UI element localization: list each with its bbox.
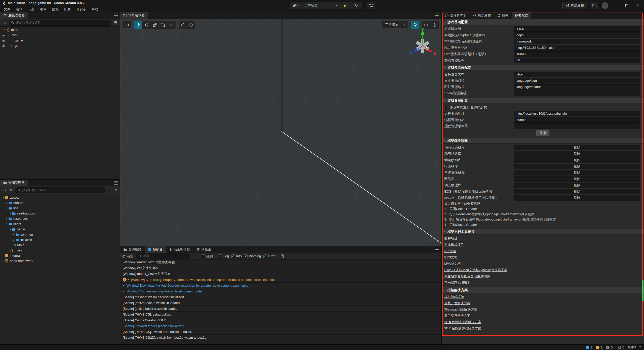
menu-panel[interactable]: 面板 [49, 7, 61, 12]
remote-load-checkbox[interactable] [444, 106, 448, 109]
remote-bundle-input[interactable] [514, 117, 640, 123]
remove-module-button[interactable]: 剔除 [514, 151, 640, 157]
section-modules[interactable]: ▾框架模块剔除 [442, 138, 644, 144]
asset-node-main-scene[interactable]: main [0, 248, 120, 253]
asset-node-bundle[interactable]: ▸ bundle [0, 200, 120, 205]
tab-asset-preview[interactable]: 资源预览 [120, 246, 145, 253]
log-row-info[interactable]: ▸ [Window] You are running Vue in develo… [120, 288, 441, 294]
tab-build-publish[interactable]: 构建发布 [470, 12, 494, 19]
help-button[interactable]: ? [602, 2, 608, 9]
solution-link[interactable]: 3D角色扮演游戏解决方案 [444, 325, 481, 331]
remove-module-button[interactable]: 剔除 [514, 164, 640, 169]
text-res-path-input[interactable] [514, 78, 640, 83]
create-node-button[interactable]: +▾ [2, 21, 7, 25]
rotate-tool-button[interactable] [142, 21, 151, 29]
hierarchy-menu-button[interactable] [114, 14, 118, 17]
menu-project[interactable]: 项目 [37, 7, 49, 12]
tab-animation-graph[interactable]: 动画图 [193, 246, 214, 253]
filter-info-checkbox[interactable]: ✓ Info [231, 254, 242, 258]
remove-module-button[interactable]: 剔除 [514, 157, 640, 163]
asset-node-common[interactable]: ▸ common [0, 232, 120, 237]
hierarchy-filter-icon[interactable]: ☰ [113, 21, 118, 25]
solution-link[interactable]: 战棋游戏框架 [444, 294, 464, 300]
rect-tool-button[interactable] [159, 21, 167, 29]
regex-checkbox[interactable]: 正则 [202, 254, 213, 258]
hierarchy-search-input[interactable]: 搜索名称或 UUID [9, 20, 111, 26]
asset-node-oops-framework[interactable]: ▸ oops-framework [0, 258, 120, 264]
asset-node-internal[interactable]: ▸ internal [0, 253, 120, 258]
crypto-iv-input[interactable] [514, 39, 640, 44]
hierarchy-node-root[interactable]: ▾ root [0, 32, 120, 38]
remote-version-input[interactable] [514, 123, 640, 129]
doc-link[interactable]: 动画状态机编辑器 [444, 279, 470, 286]
asset-node-seedrandom[interactable]: ▸ seedrandom [0, 211, 120, 216]
doc-link[interactable]: Excel格式转Json文件与TypeScript代码工具 [444, 267, 507, 273]
tab-hierarchy[interactable]: 层级管理器 [0, 12, 28, 19]
refresh-assets-icon[interactable]: ↻ [113, 188, 118, 192]
remote-url-input[interactable] [514, 111, 640, 116]
gizmo-coordinate-button[interactable] [187, 21, 195, 29]
scene-viewport[interactable]: 3D ∪ [120, 19, 441, 246]
remove-module-button[interactable]: 剔除 [514, 170, 640, 176]
section-game-res[interactable]: ▾游戏资源配置 [442, 98, 644, 103]
doc-link[interactable]: MVVM文档 [444, 260, 461, 267]
hierarchy-node-game[interactable]: game [0, 38, 120, 43]
console-search-input[interactable]: 搜索 [136, 253, 190, 259]
gizmo-pivot-button[interactable] [179, 21, 187, 29]
filter-log-checkbox[interactable]: ✓ Log [219, 254, 229, 258]
open-project-folder-button[interactable] [591, 2, 598, 9]
solution-link[interactable]: Tiledmap地图解决方案 [444, 306, 477, 313]
move-tool-button[interactable] [134, 21, 142, 29]
remove-module-button[interactable]: 剔除 [514, 183, 640, 188]
section-docs[interactable]: ▾框架文档工具链接 [442, 229, 644, 235]
remove-module-button[interactable]: 剔除 [514, 189, 640, 194]
asset-node-initialize[interactable]: ▸ initialize [0, 237, 120, 242]
asset-node-assets[interactable]: ▾ assets [0, 195, 120, 200]
log-row-info[interactable]: ▸ [Window] Download the Vue Devtools ext… [120, 283, 441, 288]
crypto-key-input[interactable] [514, 32, 640, 38]
languages-input[interactable] [514, 72, 640, 77]
remove-module-button[interactable]: 剔除 [514, 176, 640, 182]
assets-filter-icon[interactable]: ☰ [107, 188, 111, 192]
scrollbar-thumb[interactable] [642, 280, 643, 301]
hierarchy-node-gui[interactable]: ▸ gui [0, 43, 120, 48]
tab-property-inspector[interactable]: 属性检查器 [442, 12, 470, 19]
reload-button[interactable]: ↻ [351, 2, 362, 9]
render-mode-select[interactable]: 正常渲染 ▾ [382, 21, 408, 29]
log-row-warning[interactable]: ! ▸ [Window] [Vue warn]: Property "onInp… [120, 277, 441, 283]
http-timeout-input[interactable] [514, 51, 640, 57]
tab-scene-editor[interactable]: 场景编辑器 [120, 12, 148, 19]
status-info-count[interactable]: i 3 [586, 346, 592, 349]
solution-link[interactable]: 全栈开发解决方案 [444, 300, 470, 306]
solution-link[interactable]: 新手引导解决方案 [444, 313, 470, 319]
asset-node-libs[interactable]: ▾ libs [0, 205, 120, 211]
fps-input[interactable] [514, 58, 640, 63]
asset-node-script[interactable]: ▾ script [0, 221, 120, 227]
tab-animation-editor[interactable]: 动画编辑器 [166, 246, 193, 253]
menu-file[interactable]: 文件 [1, 7, 13, 12]
status-notifications[interactable]: 0 [618, 346, 624, 349]
assets-menu-button[interactable] [114, 181, 118, 185]
menu-help[interactable]: 帮助 [89, 7, 101, 12]
doc-link[interactable]: 原生包热更新配置自动生成插件 [444, 273, 490, 279]
view-orientation-gizmo[interactable]: Y X Z [406, 28, 439, 60]
menu-node[interactable]: 节点 [25, 7, 37, 12]
create-asset-button[interactable]: +▾ [2, 188, 7, 192]
clear-console-button[interactable]: 清空 [122, 254, 133, 258]
console-menu-button[interactable] [435, 248, 439, 251]
save-button[interactable]: 保存 [536, 130, 549, 136]
tab-services[interactable]: 服务 [494, 12, 512, 19]
menu-developer[interactable]: 开发者 [73, 7, 89, 12]
sort-assets-icon[interactable]: ⇅ [9, 188, 13, 192]
filter-error-checkbox[interactable]: ✓ Error [263, 254, 275, 258]
scene-select[interactable]: 当前场景 ▾ [302, 2, 340, 9]
spine-res-path-input[interactable] [514, 91, 640, 96]
game-version-input[interactable] [514, 26, 640, 32]
menu-edit[interactable]: 编辑 [13, 7, 25, 12]
menu-extension[interactable]: 扩展 [61, 7, 73, 12]
texture-res-path-input[interactable] [514, 84, 640, 90]
remove-module-button[interactable]: 剔除 [514, 145, 640, 150]
minimize-button[interactable]: – [612, 2, 619, 9]
filter-warning-checkbox[interactable]: ✓ Warning [244, 254, 261, 258]
asset-node-resources[interactable]: ▸ resources [0, 216, 120, 221]
